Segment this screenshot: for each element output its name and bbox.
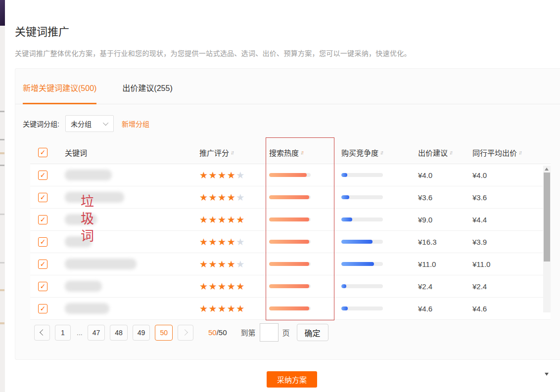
row-checkbox[interactable]: ✓ xyxy=(38,237,47,247)
rating-stars: ★★★★★ xyxy=(199,260,245,269)
adopt-plan-button[interactable]: 采纳方案 xyxy=(267,371,317,388)
goto-prefix-label: 到第 xyxy=(241,327,256,338)
column-peer-avg-bid[interactable]: 同行平均出价 ↓↑ xyxy=(463,147,542,158)
goto-suffix-label: 页 xyxy=(282,327,290,338)
rating-stars: ★★★★★ xyxy=(199,171,245,180)
search-heat-bar xyxy=(269,173,311,177)
next-page-button[interactable] xyxy=(178,325,193,341)
column-promo-rating[interactable]: 推广评分 ↓↑ xyxy=(195,147,262,158)
blurred-keyword xyxy=(65,214,97,225)
goto-page: 到第 页 确定 xyxy=(241,323,328,342)
blurred-keyword xyxy=(65,170,112,180)
rating-stars: ★★★★★ xyxy=(199,282,245,291)
blurred-keyword xyxy=(65,236,92,247)
row-checkbox[interactable]: ✓ xyxy=(38,215,47,224)
check-icon: ✓ xyxy=(40,261,46,267)
check-icon: ✓ xyxy=(40,238,46,245)
check-icon: ✓ xyxy=(40,149,46,156)
competition-bar xyxy=(341,262,383,266)
column-bid-suggestion[interactable]: 出价建议 ↓↑ xyxy=(408,147,463,158)
keyword-group-selected-value: 未分组 xyxy=(71,119,92,129)
tab-new-keyword-suggestions[interactable]: 新增关键词建议(500) xyxy=(23,82,96,104)
peer-avg-bid-value: ¥3.6 xyxy=(472,193,487,202)
blurred-keyword xyxy=(65,281,102,292)
chevron-down-icon xyxy=(103,120,108,126)
search-heat-bar xyxy=(269,195,311,199)
check-icon: ✓ xyxy=(40,194,46,201)
row-checkbox[interactable]: ✓ xyxy=(38,171,47,180)
table-row: ✓★★★★★¥11.0¥11.0 xyxy=(30,253,551,275)
add-group-link[interactable]: 新增分组 xyxy=(122,119,149,129)
peer-avg-bid-value: ¥4.0 xyxy=(472,171,487,179)
table-scrollbar[interactable] xyxy=(543,166,551,312)
bid-suggestion-value: ¥16.3 xyxy=(418,238,437,246)
bid-suggestion-value: ¥4.6 xyxy=(418,305,432,313)
bid-suggestion-value: ¥11.0 xyxy=(418,260,436,268)
confirm-button[interactable]: 确定 xyxy=(297,324,328,341)
row-checkbox[interactable]: ✓ xyxy=(38,193,47,202)
blurred-keyword xyxy=(65,259,137,269)
column-purchase-competition[interactable]: 购买竞争度 ↓↑ xyxy=(331,147,408,158)
check-icon: ✓ xyxy=(40,283,46,290)
sort-icon: ↓↑ xyxy=(518,149,521,155)
page-subtitle: 关键词推广整体优化方案，基于行业和您的现状，为您提供一站式选品、选词、出价、预算… xyxy=(15,48,411,58)
page-ellipsis: ... xyxy=(77,329,83,337)
column-search-heat[interactable]: 搜索热度 ↓↑ xyxy=(262,147,331,158)
bid-suggestion-value: ¥4.0 xyxy=(418,171,432,179)
sort-icon: ↓↑ xyxy=(449,149,452,155)
table-body: ✓★★★★★¥4.0¥4.0✓★★★★★¥3.6¥3.6✓★★★★★¥9.0¥4… xyxy=(30,164,551,320)
bid-suggestion-value: ¥3.6 xyxy=(418,193,432,202)
sort-icon: ↓↑ xyxy=(231,149,233,155)
page-button-1[interactable]: 1 xyxy=(55,325,71,341)
row-checkbox[interactable]: ✓ xyxy=(38,282,47,291)
search-heat-bar xyxy=(269,262,311,266)
search-heat-bar xyxy=(269,218,311,221)
table-row: ✓★★★★★¥4.6¥4.6 xyxy=(30,298,551,320)
competition-bar xyxy=(341,195,383,199)
rating-stars: ★★★★★ xyxy=(199,193,245,202)
scrollbar-thumb[interactable] xyxy=(544,173,550,261)
column-keyword: 关键词 xyxy=(61,147,195,158)
page-button-47[interactable]: 47 xyxy=(88,325,105,341)
select-all-checkbox[interactable]: ✓ xyxy=(38,148,47,157)
page-button-50[interactable]: 50 xyxy=(155,325,173,341)
scroll-down-icon[interactable] xyxy=(545,373,549,376)
goto-page-input[interactable] xyxy=(260,323,279,342)
page-title: 关键词推广 xyxy=(15,23,69,39)
peer-avg-bid-value: ¥4.6 xyxy=(472,305,487,313)
pagination: 1...47484950 50/50 到第 页 确定 xyxy=(34,323,560,342)
chevron-right-icon xyxy=(182,329,188,336)
peer-avg-bid-value: ¥3.9 xyxy=(472,238,487,246)
check-icon: ✓ xyxy=(40,172,46,178)
filter-row: 关键词分组: 未分组 新增分组 xyxy=(15,104,560,133)
sort-icon: ↓↑ xyxy=(380,149,382,155)
row-checkbox[interactable]: ✓ xyxy=(38,260,47,269)
row-checkbox[interactable]: ✓ xyxy=(38,304,47,313)
table-header: ✓ 关键词 推广评分 ↓↑ 搜索热度 ↓↑ 购买竞争度 ↓↑ xyxy=(30,141,551,164)
competition-bar xyxy=(341,218,383,221)
check-icon: ✓ xyxy=(40,216,46,223)
tab-bid-suggestions[interactable]: 出价建议(255) xyxy=(122,82,172,104)
blurred-keyword xyxy=(65,192,124,203)
scroll-up-icon[interactable] xyxy=(545,168,549,171)
peer-avg-bid-value: ¥11.0 xyxy=(472,260,490,268)
chevron-left-icon xyxy=(40,329,46,336)
blurred-keyword xyxy=(65,303,109,314)
competition-bar xyxy=(341,284,383,288)
competition-bar xyxy=(341,173,383,177)
tab-bar: 新增关键词建议(500) 出价建议(255) xyxy=(15,69,560,104)
search-heat-bar xyxy=(269,306,311,310)
check-icon: ✓ xyxy=(40,305,46,312)
table-row: ✓★★★★★¥2.4¥2.4 xyxy=(30,275,551,298)
peer-avg-bid-value: ¥4.4 xyxy=(472,216,487,224)
table-row: ✓★★★★★¥3.6¥3.6 xyxy=(30,186,551,209)
competition-bar xyxy=(341,240,383,244)
keyword-group-select[interactable]: 未分组 xyxy=(65,115,114,132)
page-button-49[interactable]: 49 xyxy=(133,325,150,341)
prev-page-button[interactable] xyxy=(34,325,50,341)
rating-stars: ★★★★★ xyxy=(199,304,245,313)
competition-bar xyxy=(341,306,383,310)
page-button-48[interactable]: 48 xyxy=(110,325,128,341)
bid-suggestion-value: ¥2.4 xyxy=(418,282,432,291)
suggestions-panel: 新增关键词建议(500) 出价建议(255) 关键词分组: 未分组 新增分组 垃… xyxy=(15,68,560,360)
